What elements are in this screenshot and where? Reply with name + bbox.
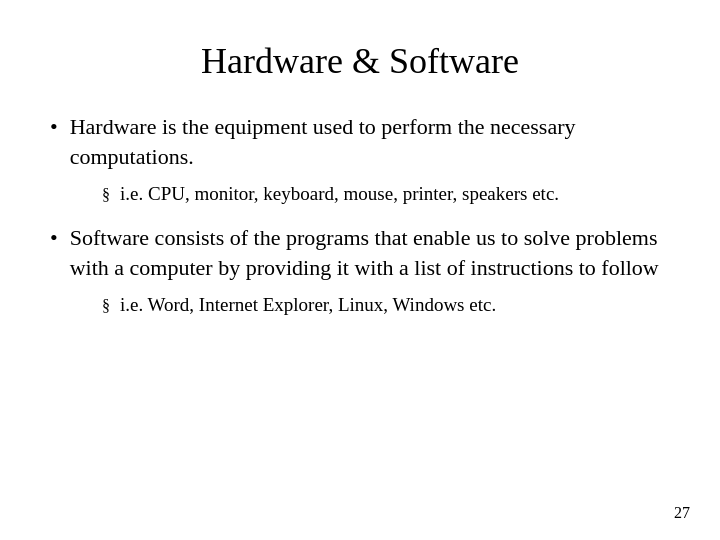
hardware-bullet: • Hardware is the equipment used to perf…: [50, 112, 670, 171]
software-bullet: • Software consists of the programs that…: [50, 223, 670, 282]
software-text: Software consists of the programs that e…: [70, 223, 670, 282]
sub-bullet-marker-2: §: [102, 295, 110, 317]
sub-bullet-marker-1: §: [102, 184, 110, 206]
software-sub-bullet: § i.e. Word, Internet Explorer, Linux, W…: [102, 292, 670, 318]
software-section: • Software consists of the programs that…: [50, 223, 670, 318]
slide: Hardware & Software • Hardware is the eq…: [0, 0, 720, 540]
hardware-sub-text: i.e. CPU, monitor, keyboard, mouse, prin…: [120, 181, 670, 207]
page-number: 27: [674, 504, 690, 522]
hardware-text: Hardware is the equipment used to perfor…: [70, 112, 670, 171]
bullet-dot-2: •: [50, 223, 58, 253]
bullet-dot-1: •: [50, 112, 58, 142]
software-sub-text: i.e. Word, Internet Explorer, Linux, Win…: [120, 292, 670, 318]
hardware-sub-bullet: § i.e. CPU, monitor, keyboard, mouse, pr…: [102, 181, 670, 207]
slide-title: Hardware & Software: [50, 40, 670, 82]
software-sub-container: § i.e. Word, Internet Explorer, Linux, W…: [102, 292, 670, 318]
content-area: • Hardware is the equipment used to perf…: [50, 112, 670, 510]
hardware-sub-container: § i.e. CPU, monitor, keyboard, mouse, pr…: [102, 181, 670, 207]
hardware-section: • Hardware is the equipment used to perf…: [50, 112, 670, 207]
